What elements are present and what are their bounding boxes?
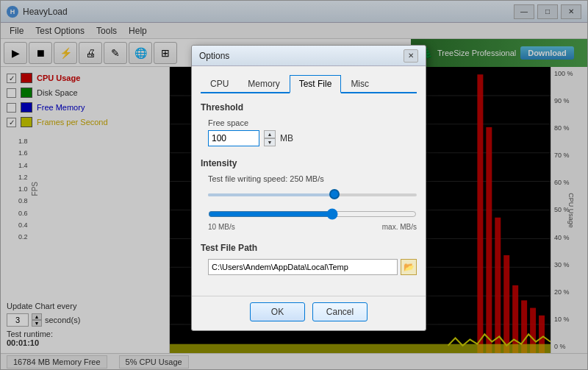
cancel-button[interactable]: Cancel xyxy=(312,302,368,321)
intensity-desc: Test file writing speed: 250 MB/s xyxy=(208,174,417,183)
dialog-buttons: OK Cancel xyxy=(192,296,426,330)
free-space-label: Free space xyxy=(208,118,417,127)
threshold-input-row: ▲ ▼ MB xyxy=(208,130,417,146)
slider-min-label: 10 MB/s xyxy=(208,223,235,231)
intensity-slider[interactable] xyxy=(208,208,417,220)
threshold-decrement-button[interactable]: ▼ xyxy=(264,138,276,146)
threshold-value-input[interactable] xyxy=(208,130,259,146)
main-window: H HeavyLoad — □ ✕ File Test Options Tool… xyxy=(0,0,588,370)
threshold-section: Threshold Free space ▲ ▼ MB xyxy=(201,102,417,146)
threshold-spinner: ▲ ▼ xyxy=(264,130,276,146)
ok-button[interactable]: OK xyxy=(250,302,305,321)
slider-max-label: max. MB/s xyxy=(382,223,417,231)
dialog-title: Options xyxy=(199,51,404,61)
threshold-increment-button[interactable]: ▲ xyxy=(264,130,276,138)
path-input[interactable] xyxy=(208,259,398,275)
threshold-unit: MB xyxy=(280,133,293,143)
dialog-title-bar: Options ✕ xyxy=(192,46,426,66)
path-row: 📂 xyxy=(208,259,417,275)
threshold-section-label: Threshold xyxy=(201,102,417,113)
dialog-close-button[interactable]: ✕ xyxy=(404,49,418,63)
path-section: Test File Path 📂 xyxy=(201,243,417,275)
folder-icon: 📂 xyxy=(404,262,415,272)
path-section-label: Test File Path xyxy=(201,243,417,253)
dialog-content: CPU Memory Test File Misc Threshold Free… xyxy=(192,66,426,296)
intensity-label: Intensity xyxy=(201,158,417,168)
tab-cpu[interactable]: CPU xyxy=(201,75,238,92)
tab-misc[interactable]: Misc xyxy=(341,75,379,92)
intensity-section: Intensity Test file writing speed: 250 M… xyxy=(201,158,417,231)
tab-test-file[interactable]: Test File xyxy=(290,75,342,93)
tab-memory[interactable]: Memory xyxy=(238,75,289,92)
dialog-tabs: CPU Memory Test File Misc xyxy=(201,75,417,93)
options-dialog: Options ✕ CPU Memory Test File Misc Thre… xyxy=(191,45,426,331)
slider-labels: 10 MB/s max. MB/s xyxy=(208,223,417,231)
dialog-overlay: Options ✕ CPU Memory Test File Misc Thre… xyxy=(1,1,587,369)
browse-button[interactable]: 📂 xyxy=(401,259,417,275)
